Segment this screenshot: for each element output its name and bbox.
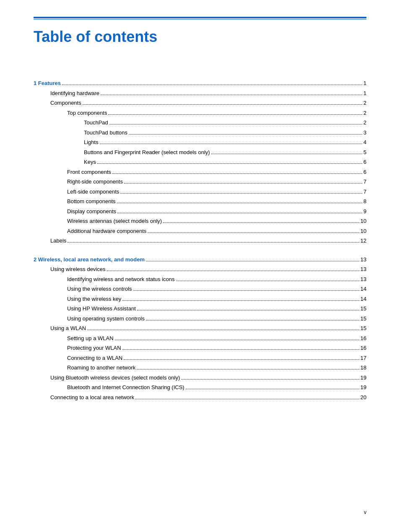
toc-entry-dots xyxy=(62,85,362,85)
toc-entry-page: 3 xyxy=(364,129,366,137)
toc-entry-text: Left-side components xyxy=(34,188,119,196)
toc-entry-text: Right-side components xyxy=(34,178,123,186)
toc-entry-dots xyxy=(133,290,359,291)
toc-entry-dots xyxy=(163,222,359,223)
toc-entry: TouchPad2 xyxy=(34,119,366,127)
toc-entry: Components2 xyxy=(34,99,366,107)
toc-entry-dots xyxy=(112,173,362,174)
toc-entry-dots xyxy=(68,242,359,243)
toc-entry-page: 12 xyxy=(361,237,366,245)
toc-entry-text: Display components xyxy=(34,207,116,216)
toc-entry: Additional hardware components10 xyxy=(34,227,366,235)
toc-entry-text: Using operating system controls xyxy=(34,315,145,323)
toc-entry-text: Components xyxy=(34,99,81,107)
toc-entry: TouchPad buttons3 xyxy=(34,129,366,137)
toc-entry-page: 4 xyxy=(364,138,366,147)
toc-entry-text: Bottom components xyxy=(34,197,116,206)
toc-entry-page: 18 xyxy=(361,364,366,372)
toc-entry-text: 1 Features xyxy=(34,79,61,88)
toc-entry-page: 14 xyxy=(361,285,366,293)
toc-entry-page: 13 xyxy=(361,265,366,274)
toc-content: 1 Features1Identifying hardware1Componen… xyxy=(34,79,366,401)
toc-entry-text: Wireless antennas (select models only) xyxy=(34,217,162,225)
toc-entry-page: 7 xyxy=(364,188,366,196)
toc-entry: Buttons and Fingerprint Reader (select m… xyxy=(34,148,366,157)
toc-entry-page: 8 xyxy=(364,197,366,206)
toc-entry-text: 2 Wireless, local area network, and mode… xyxy=(34,256,145,264)
toc-entry: Right-side components7 xyxy=(34,178,366,186)
toc-entry-page: 7 xyxy=(364,178,366,186)
toc-entry: 2 Wireless, local area network, and mode… xyxy=(34,256,366,264)
toc-entry-dots xyxy=(129,134,362,134)
toc-entry-page: 1 xyxy=(364,89,366,98)
toc-entry-text: Using the wireless key xyxy=(34,295,121,303)
toc-entry-dots xyxy=(101,95,362,95)
toc-entry: Using operating system controls15 xyxy=(34,315,366,323)
toc-entry-text: Connecting to a WLAN xyxy=(34,354,122,362)
toc-entry: Roaming to another network18 xyxy=(34,364,366,372)
toc-entry-dots xyxy=(122,300,359,301)
toc-entry-dots xyxy=(122,349,359,350)
toc-entry-page: 16 xyxy=(361,344,366,352)
toc-entry-text: Using wireless devices xyxy=(34,265,106,274)
top-border-thick xyxy=(34,17,366,18)
toc-entry-page: 10 xyxy=(361,227,366,235)
toc-entry: Front components6 xyxy=(34,168,366,176)
toc-entry: Using the wireless key14 xyxy=(34,295,366,303)
toc-entry-dots xyxy=(107,271,359,271)
toc-entry-page: 2 xyxy=(364,99,366,107)
toc-entry-text: Using a WLAN xyxy=(34,324,86,333)
toc-entry-page: 5 xyxy=(364,148,366,157)
toc-entry: Identifying hardware1 xyxy=(34,89,366,98)
toc-entry: Connecting to a local area network20 xyxy=(34,393,366,402)
toc-entry-text: Labels xyxy=(34,237,66,245)
toc-entry-text: TouchPad buttons xyxy=(34,129,127,137)
toc-entry: Keys6 xyxy=(34,158,366,166)
toc-entry-dots xyxy=(137,369,359,369)
toc-entry-page: 19 xyxy=(361,383,366,392)
toc-entry-text: Additional hardware components xyxy=(34,227,146,235)
toc-entry-page: 6 xyxy=(364,168,366,176)
toc-entry-dots xyxy=(97,163,362,164)
toc-entry: Wireless antennas (select models only)10 xyxy=(34,217,366,225)
toc-entry-page: 15 xyxy=(361,315,366,323)
toc-entry-page: 17 xyxy=(361,354,366,362)
toc-entry-dots xyxy=(117,203,362,203)
toc-entry-dots xyxy=(100,144,362,144)
toc-entry-dots xyxy=(137,310,359,310)
toc-entry-dots xyxy=(186,389,359,389)
toc-entry-dots xyxy=(176,281,359,281)
toc-entry-text: Bluetooth and Internet Connection Sharin… xyxy=(34,383,184,392)
toc-entry-dots xyxy=(148,232,359,233)
toc-entry: Setting up a WLAN16 xyxy=(34,334,366,343)
toc-entry: Left-side components7 xyxy=(34,188,366,196)
toc-entry-dots xyxy=(146,320,359,320)
toc-entry-page: 6 xyxy=(364,158,366,166)
toc-entry-text: Identifying wireless and network status … xyxy=(34,275,175,284)
toc-entry-dots xyxy=(109,124,362,124)
toc-entry-dots xyxy=(211,154,362,154)
toc-entry-dots xyxy=(120,193,362,194)
toc-entry-text: Top components xyxy=(34,109,107,117)
toc-entry-dots xyxy=(87,330,359,330)
page-title: Table of contents xyxy=(34,28,366,46)
toc-entry-text: TouchPad xyxy=(34,119,108,127)
toc-entry: Using a WLAN15 xyxy=(34,324,366,333)
toc-entry-dots xyxy=(117,213,362,213)
toc-entry-page: 9 xyxy=(364,207,366,216)
toc-entry-text: Front components xyxy=(34,168,111,176)
toc-entry: Top components2 xyxy=(34,109,366,117)
toc-entry-dots xyxy=(115,340,359,340)
toc-entry: Connecting to a WLAN17 xyxy=(34,354,366,362)
toc-entry-page: 1 xyxy=(364,79,366,88)
toc-entry-page: 19 xyxy=(361,374,366,382)
toc-entry-dots xyxy=(135,399,359,399)
toc-entry-dots xyxy=(146,261,359,261)
toc-entry-text: Roaming to another network xyxy=(34,364,135,372)
toc-entry-dots xyxy=(83,104,362,105)
toc-entry: Using wireless devices13 xyxy=(34,265,366,274)
toc-entry: Using Bluetooth wireless devices (select… xyxy=(34,374,366,382)
toc-entry-text: Keys xyxy=(34,158,96,166)
toc-entry-page: 13 xyxy=(361,256,366,264)
toc-entry: Display components9 xyxy=(34,207,366,216)
